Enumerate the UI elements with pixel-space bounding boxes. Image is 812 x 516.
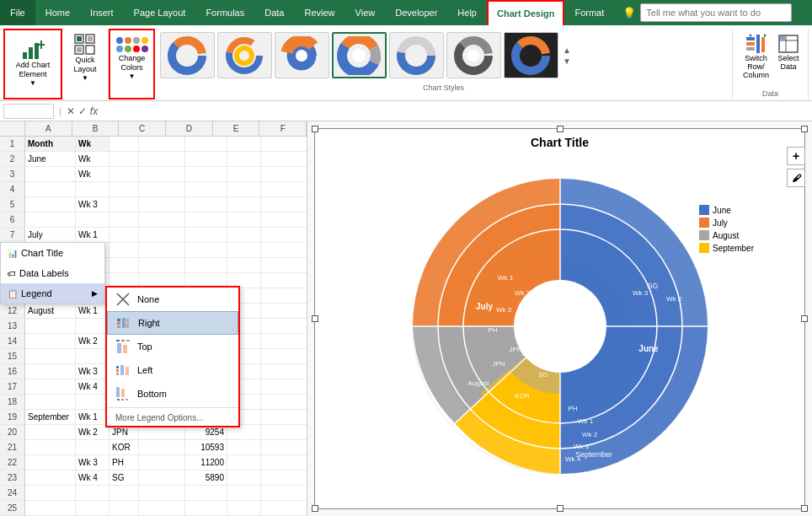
cell-4c[interactable] bbox=[110, 182, 139, 196]
col-E[interactable]: E bbox=[213, 121, 260, 136]
cell-3f[interactable] bbox=[227, 167, 261, 181]
handle-tm[interactable] bbox=[557, 126, 564, 132]
cell-1f[interactable] bbox=[227, 137, 261, 151]
cell-4b[interactable] bbox=[76, 182, 110, 196]
cell-2c[interactable] bbox=[110, 152, 139, 166]
cell-1d[interactable] bbox=[139, 137, 185, 151]
chart-style-4[interactable] bbox=[332, 32, 387, 78]
cell-1a[interactable]: Month bbox=[25, 137, 76, 151]
cell-4a[interactable] bbox=[25, 182, 76, 196]
cell-5a[interactable] bbox=[25, 197, 76, 212]
add-element-chart-button[interactable]: + bbox=[787, 147, 805, 165]
tell-me-input[interactable] bbox=[640, 3, 792, 22]
insert-function-icon[interactable]: fx bbox=[90, 105, 98, 117]
chart-style-2[interactable] bbox=[217, 32, 272, 78]
col-A[interactable]: A bbox=[25, 121, 72, 136]
quick-layout-button[interactable]: Quick Layout ▼ bbox=[67, 32, 104, 83]
cell-3c[interactable] bbox=[110, 167, 139, 181]
tab-review[interactable]: Review bbox=[294, 0, 345, 25]
cell-6b[interactable] bbox=[76, 212, 110, 227]
chart-title[interactable]: Chart Title bbox=[315, 136, 804, 149]
cell-2b[interactable]: Wk bbox=[76, 152, 110, 166]
cell-5e[interactable] bbox=[185, 197, 227, 212]
add-element-data-labels-item[interactable]: 🏷 Data Labels bbox=[1, 263, 104, 283]
handle-bm[interactable] bbox=[557, 505, 564, 512]
cell-5f[interactable] bbox=[227, 197, 261, 212]
chart-style-5[interactable] bbox=[389, 32, 444, 78]
cancel-formula-icon[interactable]: ✕ bbox=[67, 105, 75, 117]
legend-top-item[interactable]: Top bbox=[107, 335, 238, 358]
chart-style-1[interactable] bbox=[160, 32, 215, 78]
confirm-formula-icon[interactable]: ✓ bbox=[78, 105, 87, 117]
handle-mr[interactable] bbox=[801, 315, 808, 322]
more-legend-options-item[interactable]: More Legend Options... bbox=[107, 410, 238, 426]
cell-7d[interactable] bbox=[139, 228, 185, 242]
add-chart-element-button[interactable]: Add Chart Element ▼ bbox=[10, 34, 56, 90]
cell-3a[interactable] bbox=[25, 167, 76, 181]
cell-6e[interactable] bbox=[185, 212, 227, 227]
cell-7c[interactable] bbox=[110, 228, 139, 242]
add-element-legend-item[interactable]: 📋 Legend ▶ bbox=[1, 283, 104, 304]
legend-left-item[interactable]: Left bbox=[107, 358, 238, 382]
cell-7e[interactable] bbox=[185, 228, 227, 242]
tab-data[interactable]: Data bbox=[254, 0, 294, 25]
cell-7b[interactable]: Wk 1 bbox=[76, 228, 110, 242]
col-D[interactable]: D bbox=[166, 121, 213, 136]
tab-home[interactable]: Home bbox=[35, 0, 80, 25]
chart-style-6[interactable] bbox=[446, 32, 501, 78]
handle-ml[interactable] bbox=[312, 315, 318, 322]
cell-1b[interactable]: Wk bbox=[76, 137, 110, 151]
chart-style-3[interactable] bbox=[275, 32, 329, 78]
cell-1e[interactable] bbox=[185, 137, 227, 151]
name-box[interactable] bbox=[3, 104, 54, 119]
switch-row-col-button[interactable]: Switch Row/ Column Select Data bbox=[738, 32, 803, 81]
cell-6a[interactable] bbox=[25, 212, 76, 227]
cell-3e[interactable] bbox=[185, 167, 227, 181]
tab-help[interactable]: Help bbox=[447, 0, 487, 25]
chart-style-paint-button[interactable]: 🖌 bbox=[787, 169, 805, 187]
cell-5c[interactable] bbox=[110, 197, 139, 212]
cell-2d[interactable] bbox=[139, 152, 185, 166]
tab-pagelayout[interactable]: Page Layout bbox=[124, 0, 196, 25]
handle-tl[interactable] bbox=[312, 126, 318, 132]
cell-5d[interactable] bbox=[139, 197, 185, 212]
chart-style-7[interactable] bbox=[504, 32, 558, 78]
tab-chartdesign[interactable]: Chart Design bbox=[487, 0, 564, 25]
tab-insert[interactable]: Insert bbox=[80, 0, 124, 25]
col-C[interactable]: C bbox=[119, 121, 166, 136]
handle-tr[interactable] bbox=[801, 126, 808, 132]
col-F[interactable]: F bbox=[259, 121, 307, 136]
cell-4f[interactable] bbox=[227, 182, 261, 196]
handle-bl[interactable] bbox=[312, 505, 318, 512]
cell-3d[interactable] bbox=[139, 167, 185, 181]
cell-5b[interactable]: Wk 3 bbox=[76, 197, 110, 212]
cell-6c[interactable] bbox=[110, 212, 139, 227]
tab-file[interactable]: File bbox=[0, 0, 35, 25]
handle-br[interactable] bbox=[801, 505, 808, 512]
col-B[interactable]: B bbox=[72, 121, 120, 136]
cell-2f[interactable] bbox=[227, 152, 261, 166]
cell-6f[interactable] bbox=[227, 212, 261, 227]
chart-styles-scroll[interactable]: ▲ ▼ bbox=[561, 44, 573, 67]
tab-format[interactable]: Format bbox=[564, 0, 614, 25]
cell-7a[interactable]: July bbox=[25, 228, 76, 242]
tab-developer[interactable]: Developer bbox=[385, 0, 447, 25]
cell-1c[interactable] bbox=[110, 137, 139, 151]
change-colors-button[interactable]: Change Colors ▼ bbox=[113, 34, 152, 83]
formula-input[interactable] bbox=[101, 106, 809, 116]
legend-right-item[interactable]: Right bbox=[107, 311, 238, 335]
cell-3b[interactable]: Wk bbox=[76, 167, 110, 181]
chart-container[interactable]: Chart Title bbox=[314, 128, 805, 509]
add-element-chart-title-item[interactable]: 📊 Chart Title bbox=[1, 243, 104, 263]
cell-2a[interactable]: June bbox=[25, 152, 76, 166]
legend-none-item[interactable]: None bbox=[107, 288, 238, 311]
cell-2e[interactable] bbox=[185, 152, 227, 166]
legend-bottom-item[interactable]: Bottom bbox=[107, 382, 238, 406]
tab-formulas[interactable]: Formulas bbox=[195, 0, 254, 25]
cell-6d[interactable] bbox=[139, 212, 185, 227]
chart-styles-group: ▲ ▼ Chart Styles bbox=[155, 29, 733, 99]
cell-4e[interactable] bbox=[185, 182, 227, 196]
cell-4d[interactable] bbox=[139, 182, 185, 196]
cell-7f[interactable] bbox=[227, 228, 261, 242]
tab-view[interactable]: View bbox=[345, 0, 386, 25]
